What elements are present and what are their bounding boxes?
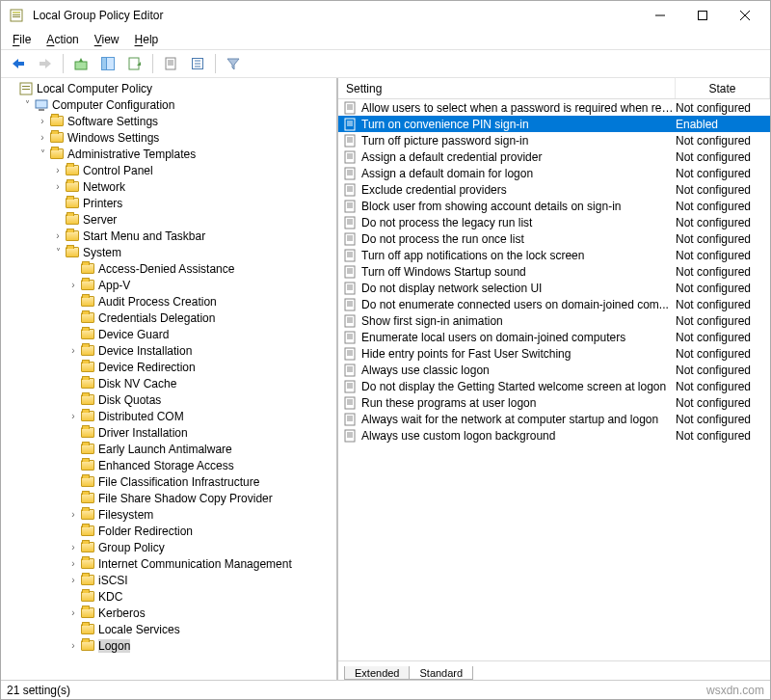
column-setting[interactable]: Setting [338,78,676,98]
collapsed-icon[interactable]: › [36,132,49,143]
expanded-icon[interactable]: ˅ [51,247,65,257]
up-button[interactable] [69,52,93,75]
collapsed-icon[interactable]: › [36,116,49,126]
setting-row[interactable]: Always use classic logonNot configured [338,362,770,378]
tree-item[interactable]: Early Launch Antimalware [1,441,336,457]
tree-item[interactable]: ›Logon [1,637,336,654]
tree-computer-config[interactable]: ˅ Computer Configuration [1,96,336,113]
tree-item[interactable]: Credentials Delegation [1,310,336,326]
tab-standard[interactable]: Standard [409,666,473,680]
expanded-icon[interactable]: ˅ [20,99,34,110]
setting-row[interactable]: Turn on convenience PIN sign-inEnabled [338,116,770,132]
setting-row[interactable]: Do not process the legacy run listNot co… [338,214,770,230]
collapsed-icon[interactable]: › [66,607,80,618]
setting-row[interactable]: Do not display the Getting Started welco… [338,378,770,394]
tree-windows-settings[interactable]: ›Windows Settings [1,129,336,146]
tree-system[interactable]: ˅System [1,244,336,260]
settings-list[interactable]: Allow users to select when a password is… [338,99,770,660]
tree-item[interactable]: File Classification Infrastructure [1,473,336,490]
show-hide-tree-button[interactable] [96,52,120,75]
tree-item[interactable]: ›iSCSI [1,572,336,588]
tree-item-label: Device Guard [98,328,169,341]
tree-item[interactable]: Device Redirection [1,359,336,375]
tree-software-settings[interactable]: ›Software Settings [1,113,336,129]
tab-extended[interactable]: Extended [344,666,410,680]
column-state[interactable]: State [676,78,770,98]
setting-row[interactable]: Turn off app notifications on the lock s… [338,247,770,263]
tree-item[interactable]: ›Distributed COM [1,408,336,424]
setting-row[interactable]: Hide entry points for Fast User Switchin… [338,345,770,362]
tree-item[interactable]: Driver Installation [1,424,336,441]
tree-printers[interactable]: Printers [1,195,336,211]
tree-admin-templates[interactable]: ˅Administrative Templates [1,146,336,162]
collapsed-icon[interactable]: › [66,640,80,651]
setting-row[interactable]: Show first sign-in animationNot configur… [338,312,770,329]
setting-row[interactable]: Allow users to select when a password is… [338,99,770,116]
back-button[interactable] [7,52,30,75]
menu-file[interactable]: File [7,31,37,48]
setting-row[interactable]: Assign a default credential providerNot … [338,148,770,165]
tree-item[interactable]: ›Internet Communication Management [1,555,336,572]
tree-item[interactable]: ›Group Policy [1,539,336,555]
close-button[interactable] [724,2,766,29]
collapsed-icon[interactable]: › [66,542,80,552]
collapsed-icon[interactable]: › [51,181,65,192]
setting-row[interactable]: Run these programs at user logonNot conf… [338,394,770,411]
tree-root[interactable]: Local Computer Policy [1,80,336,96]
tree-item[interactable]: Device Guard [1,326,336,342]
tree-item[interactable]: ›Filesystem [1,506,336,523]
policy-tree[interactable]: Local Computer Policy ˅ Computer Configu… [1,78,337,680]
filter-button[interactable] [222,52,245,75]
setting-row[interactable]: Always use custom logon backgroundNot co… [338,427,770,444]
menu-view[interactable]: View [89,31,125,48]
collapsed-icon[interactable]: › [66,575,80,585]
properties-button[interactable] [159,52,182,75]
setting-state: Not configured [676,429,770,443]
tree-item[interactable]: KDC [1,588,336,605]
tree-item[interactable]: Disk Quotas [1,391,336,408]
setting-row[interactable]: Always wait for the network at computer … [338,411,770,427]
tree-control-panel[interactable]: ›Control Panel [1,162,336,178]
setting-row[interactable]: Exclude credential providersNot configur… [338,181,770,198]
collapsed-icon[interactable]: › [51,165,65,175]
tree-network[interactable]: ›Network [1,178,336,195]
setting-row[interactable]: Turn off picture password sign-inNot con… [338,132,770,148]
setting-icon [342,215,358,230]
tree-item[interactable]: ›Kerberos [1,605,336,621]
menu-help[interactable]: Help [129,31,165,48]
setting-row[interactable]: Block user from showing account details … [338,198,770,214]
tree-item[interactable]: Locale Services [1,621,336,637]
setting-row[interactable]: Do not enumerate connected users on doma… [338,296,770,312]
collapsed-icon[interactable]: › [66,280,80,290]
tree-item[interactable]: Disk NV Cache [1,375,336,391]
tree-server[interactable]: Server [1,211,336,228]
tree-item-label: Driver Installation [98,426,188,440]
tree-item[interactable]: Folder Redirection [1,523,336,539]
minimize-button[interactable] [639,2,681,29]
setting-row[interactable]: Do not display network selection UINot c… [338,280,770,296]
collapsed-icon[interactable]: › [66,509,80,520]
collapsed-icon[interactable]: › [66,558,80,569]
forward-button[interactable] [34,52,57,75]
setting-row[interactable]: Do not process the run once listNot conf… [338,230,770,247]
tree-item[interactable]: ›Device Installation [1,342,336,359]
tree-item-label: File Share Shadow Copy Provider [98,492,273,505]
collapsed-icon[interactable]: › [66,345,80,356]
tree-item[interactable]: Audit Process Creation [1,293,336,310]
setting-row[interactable]: Enumerate local users on domain-joined c… [338,329,770,345]
expanded-icon[interactable]: ˅ [36,148,49,159]
setting-row[interactable]: Turn off Windows Startup soundNot config… [338,263,770,280]
setting-row[interactable]: Assign a default domain for logonNot con… [338,165,770,181]
tree-item-label: Early Launch Antimalware [98,443,232,456]
collapsed-icon[interactable]: › [51,230,65,241]
menu-action[interactable]: Action [40,31,84,48]
tree-item[interactable]: Enhanced Storage Access [1,457,336,473]
collapsed-icon[interactable]: › [66,411,80,421]
export-list-button[interactable] [123,52,146,75]
maximize-button[interactable] [681,2,724,29]
tree-item[interactable]: ›App-V [1,277,336,293]
tree-start-menu-taskbar[interactable]: ›Start Menu and Taskbar [1,228,336,244]
tree-item[interactable]: Access-Denied Assistance [1,260,336,277]
tree-item[interactable]: File Share Shadow Copy Provider [1,490,336,506]
refresh-button[interactable] [186,52,209,75]
